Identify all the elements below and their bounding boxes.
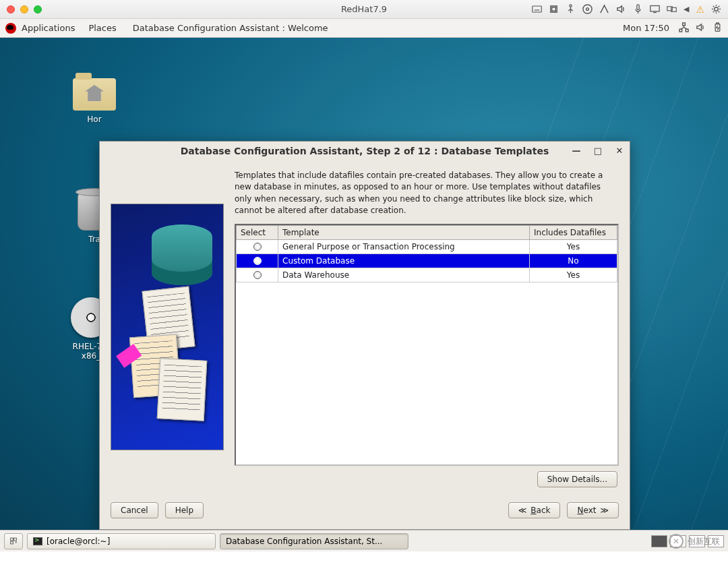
- power-tray-icon[interactable]: [712, 22, 723, 34]
- show-details-button[interactable]: Show Details...: [537, 471, 617, 487]
- svg-rect-31: [11, 541, 13, 544]
- dbca-titlebar[interactable]: Database Configuration Assistant, Step 2…: [100, 142, 630, 160]
- includes-value: Yes: [530, 268, 617, 282]
- svg-rect-21: [683, 22, 686, 25]
- home-desktop-icon[interactable]: Hor: [67, 78, 121, 124]
- close-button[interactable]: ✕: [613, 144, 626, 156]
- help-button[interactable]: Help: [165, 502, 204, 518]
- templates-table: Select Template Includes Datafiles Gener…: [235, 224, 619, 466]
- template-name: Custom Database: [278, 253, 530, 268]
- mac-titlebar: RedHat7.9 ◀ ⚠: [0, 0, 728, 19]
- vm-title: RedHat7.9: [0, 4, 728, 14]
- maximize-button[interactable]: □: [592, 144, 604, 156]
- col-includes: Includes Datafiles: [530, 225, 617, 239]
- dbca-window: Database Configuration Assistant, Step 2…: [99, 141, 630, 530]
- taskbar-terminal-label: [oracle@orcl:~]: [47, 537, 110, 546]
- gnome-top-bar: Applications Places Database Configurati…: [0, 19, 728, 38]
- col-select: Select: [237, 225, 278, 239]
- bottom-panel: [oracle@orcl:~] Database Configuration A…: [0, 530, 728, 551]
- radio-unselected-icon[interactable]: [253, 271, 262, 279]
- next-button[interactable]: Next ≫: [567, 502, 619, 518]
- svg-rect-23: [686, 29, 688, 32]
- dbca-title-text: Database Configuration Assistant, Step 2…: [181, 146, 549, 156]
- show-desktop-button[interactable]: [4, 533, 23, 549]
- cancel-button[interactable]: Cancel: [111, 502, 158, 518]
- places-menu[interactable]: Places: [88, 23, 116, 33]
- svg-rect-29: [11, 538, 13, 541]
- template-name: General Purpose or Transaction Processin…: [278, 239, 530, 253]
- watermark-text: 创新互联: [688, 536, 720, 547]
- workspace-1[interactable]: [651, 535, 667, 547]
- includes-value: Yes: [530, 239, 617, 253]
- system-tray: [679, 22, 723, 34]
- table-row[interactable]: General Purpose or Transaction Processin…: [237, 239, 617, 253]
- desktop[interactable]: Hor Tra RHEL-7.9 x86_ Database Configura…: [0, 38, 728, 551]
- table-row[interactable]: Custom Database No: [237, 253, 617, 268]
- redhat-logo-icon: [5, 23, 16, 34]
- taskbar-dbca[interactable]: Database Configuration Assistant, St...: [220, 533, 408, 549]
- minimize-button[interactable]: —: [570, 144, 582, 156]
- svg-rect-30: [14, 538, 17, 541]
- volume-tray-icon[interactable]: [696, 22, 706, 34]
- template-name: Data Warehouse: [278, 268, 530, 282]
- col-template: Template: [278, 225, 530, 239]
- applications-menu[interactable]: Applications: [22, 23, 75, 33]
- chevron-right-icon: ≫: [600, 506, 609, 515]
- step-description: Templates that include datafiles contain…: [235, 170, 619, 217]
- wizard-side-image: [111, 204, 224, 450]
- terminal-icon: [33, 537, 42, 545]
- folder-home-icon: [73, 78, 116, 111]
- home-label: Hor: [67, 115, 121, 124]
- active-window-title[interactable]: Database Configuration Assistant : Welco…: [133, 23, 328, 33]
- includes-value: No: [530, 253, 617, 268]
- watermark: ✕ 创新互联: [669, 534, 720, 549]
- radio-unselected-icon[interactable]: [253, 243, 262, 251]
- radio-selected-icon[interactable]: [253, 257, 262, 265]
- network-tray-icon[interactable]: [679, 22, 689, 34]
- table-row[interactable]: Data Warehouse Yes: [237, 268, 617, 282]
- svg-rect-28: [717, 22, 719, 24]
- watermark-logo-icon: ✕: [669, 534, 684, 549]
- svg-rect-22: [679, 29, 682, 32]
- taskbar-terminal[interactable]: [oracle@orcl:~]: [27, 533, 216, 549]
- chevron-left-icon: ≪: [518, 506, 527, 515]
- taskbar-dbca-label: Database Configuration Assistant, St...: [226, 537, 382, 546]
- clock[interactable]: Mon 17:50: [623, 23, 669, 33]
- back-button[interactable]: ≪ Back: [508, 502, 561, 518]
